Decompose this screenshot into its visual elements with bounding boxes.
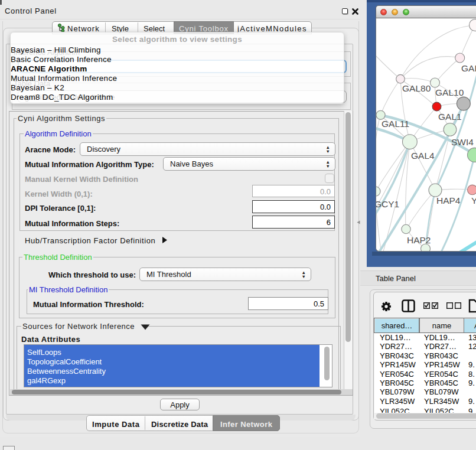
svg-text:GAL80: GAL80 <box>402 83 431 93</box>
svg-text:HAP2: HAP2 <box>407 235 431 245</box>
svg-text:GAL11: GAL11 <box>382 119 409 129</box>
svg-text:HAP4: HAP4 <box>436 195 461 206</box>
svg-text:Y: Y <box>471 195 476 206</box>
svg-text:GCY1: GCY1 <box>376 199 399 209</box>
svg-text:GAL1: GAL1 <box>438 112 462 122</box>
svg-text:GAL7: GAL7 <box>461 63 476 73</box>
svg-text:GAL10: GAL10 <box>435 87 464 97</box>
svg-text:SWI4: SWI4 <box>451 137 474 147</box>
svg-text:GAL4: GAL4 <box>411 151 435 161</box>
